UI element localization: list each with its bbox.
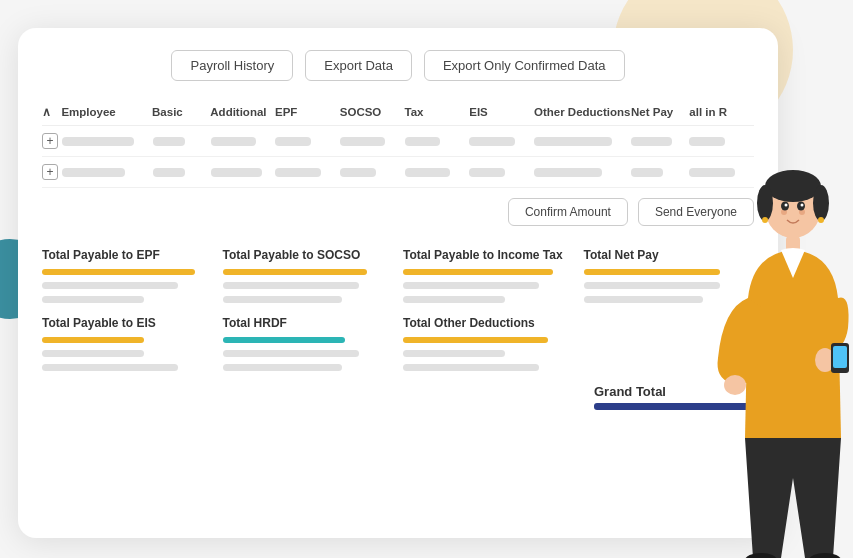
summary-section: Total Payable to EPF Total Payable to SO… (18, 236, 778, 306)
payroll-history-button[interactable]: Payroll History (171, 50, 293, 81)
summary-eis-bar1 (42, 337, 144, 343)
table-row: + (42, 126, 754, 157)
row2-tax (405, 168, 470, 177)
summary-epf-skel1 (42, 282, 178, 289)
summary-eis-skel2 (42, 364, 178, 371)
export-data-button[interactable]: Export Data (305, 50, 412, 81)
th-other-deductions: Other Deductions (534, 106, 631, 118)
row1-epf (275, 137, 340, 146)
row1-basic (153, 137, 211, 146)
svg-point-3 (813, 185, 829, 221)
summary-section-2: Total Payable to EIS Total HRDF Total Ot… (18, 306, 778, 374)
summary-eis-skel1 (42, 350, 144, 357)
row1-tax (405, 137, 470, 146)
summary-socso-bar1 (223, 269, 368, 275)
summary-epf-label: Total Payable to EPF (42, 248, 213, 262)
row2-basic (153, 168, 211, 177)
svg-rect-13 (833, 346, 847, 368)
summary-socso-skel2 (223, 296, 342, 303)
th-basic: Basic (152, 106, 210, 118)
summary-hrdf-label: Total HRDF (223, 316, 394, 330)
table-row: + (42, 157, 754, 188)
svg-point-18 (818, 217, 824, 223)
th-eis: EIS (469, 106, 534, 118)
table-section: ∧ Employee Basic Additional EPF SOCSO Ta… (18, 97, 778, 188)
summary-other-ded-skel2 (403, 364, 539, 371)
summary-other-ded-label: Total Other Deductions (403, 316, 574, 330)
character-svg (693, 138, 853, 558)
row1-socso (340, 137, 405, 146)
th-net-pay: Net Pay (631, 106, 689, 118)
row1-expand[interactable]: + (42, 133, 62, 149)
row2-expand[interactable]: + (42, 164, 62, 180)
table-header: ∧ Employee Basic Additional EPF SOCSO Ta… (42, 97, 754, 126)
summary-hrdf: Total HRDF (223, 316, 394, 374)
confirm-amount-button[interactable]: Confirm Amount (508, 198, 628, 226)
row1-netpay (631, 137, 689, 146)
row1-eis (469, 137, 534, 146)
row2-epf (275, 168, 340, 177)
summary-income-tax: Total Payable to Income Tax (403, 248, 574, 306)
expand-button-1[interactable]: + (42, 133, 58, 149)
summary-socso-skel1 (223, 282, 359, 289)
summary-eis: Total Payable to EIS (42, 316, 213, 374)
row2-other-ded (534, 168, 631, 177)
svg-point-14 (724, 375, 746, 395)
summary-hrdf-skel2 (223, 364, 342, 371)
svg-point-8 (785, 204, 788, 207)
summary-hrdf-bar1 (223, 337, 346, 343)
svg-point-2 (757, 185, 773, 221)
summary-net-pay-skel2 (584, 296, 703, 303)
summary-income-tax-skel1 (403, 282, 539, 289)
summary-socso: Total Payable to SOCSO (223, 248, 394, 306)
expand-button-2[interactable]: + (42, 164, 58, 180)
row2-employee (62, 168, 153, 177)
summary-eis-label: Total Payable to EIS (42, 316, 213, 330)
th-socso: SOCSO (340, 106, 405, 118)
th-employee: Employee (61, 106, 152, 118)
summary-income-tax-label: Total Payable to Income Tax (403, 248, 574, 262)
svg-point-1 (765, 170, 821, 202)
svg-point-17 (762, 217, 768, 223)
th-all-in-r: all in R (689, 106, 754, 118)
action-row: Confirm Amount Send Everyone (18, 188, 778, 236)
grand-total-section: Grand Total (18, 374, 778, 413)
character-illustration (693, 138, 853, 558)
row2-additional (211, 168, 276, 177)
summary-epf: Total Payable to EPF (42, 248, 213, 306)
row2-netpay (631, 168, 689, 177)
sort-icon[interactable]: ∧ (42, 105, 61, 119)
summary-income-tax-bar1 (403, 269, 553, 275)
summary-epf-bar1 (42, 269, 195, 275)
row1-employee (62, 137, 153, 146)
main-card: Payroll History Export Data Export Only … (18, 28, 778, 538)
row1-other-ded (534, 137, 631, 146)
summary-epf-skel2 (42, 296, 144, 303)
row1-additional (211, 137, 276, 146)
summary-other-ded-skel1 (403, 350, 505, 357)
summary-hrdf-skel1 (223, 350, 359, 357)
th-epf: EPF (275, 106, 340, 118)
th-additional: Additional (210, 106, 275, 118)
row2-socso (340, 168, 405, 177)
th-tax: Tax (405, 106, 470, 118)
svg-point-9 (801, 204, 804, 207)
row2-eis (469, 168, 534, 177)
summary-other-ded-bar1 (403, 337, 548, 343)
export-confirmed-button[interactable]: Export Only Confirmed Data (424, 50, 625, 81)
summary-income-tax-skel2 (403, 296, 505, 303)
toolbar: Payroll History Export Data Export Only … (18, 28, 778, 97)
summary-socso-label: Total Payable to SOCSO (223, 248, 394, 262)
summary-other-ded: Total Other Deductions (403, 316, 574, 374)
